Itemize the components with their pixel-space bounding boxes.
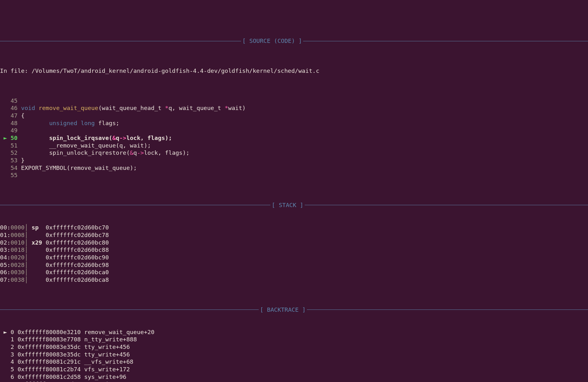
separator-icon: │: [25, 262, 32, 268]
section-label: [ BACKTRACE ]: [259, 306, 307, 314]
line-number: 45: [0, 97, 21, 104]
backtrace-row: 7 0xffffff80081c2d58 sys_write+96: [0, 380, 588, 382]
line-number: 52: [0, 149, 21, 156]
separator-icon: │: [25, 276, 32, 283]
source-line: 47 {: [0, 112, 588, 119]
code-token: q, wait_queue_t: [169, 105, 225, 111]
frame-index: 0: [10, 329, 14, 335]
frame-symbol: sys_write+96: [84, 373, 126, 380]
stack-index: 0000: [10, 224, 25, 231]
code-token: spin_unlock_irqrestore(: [21, 149, 130, 156]
stack-address: 0xffffffc02d60bc78: [46, 232, 109, 238]
stack-index: 0030: [10, 269, 25, 275]
stack-offset: 07:: [0, 276, 10, 283]
stack-offset: 04:: [0, 254, 10, 261]
frame-address: 0xffffff80081c2d58: [18, 373, 81, 380]
file-path: /Volumes/TwoT/android_kernel/android-gol…: [32, 67, 319, 74]
stack-row: 06:0030│ 0xffffffc02d60bca0: [0, 269, 588, 276]
separator-icon: │: [25, 254, 32, 261]
backtrace-row: 6 0xffffff80081c2d58 sys_write+96: [0, 373, 588, 381]
source-line: 45: [0, 97, 588, 105]
line-number: 51: [0, 142, 21, 149]
frame-address: 0xffffff80083e35dc: [18, 351, 81, 358]
stack-register: x29: [32, 239, 42, 246]
source-code: 45 46 void remove_wait_queue(wait_queue_…: [0, 97, 588, 179]
stack-row: 01:0008│ 0xffffffc02d60bc78: [0, 231, 588, 239]
frame-index: 1: [10, 336, 14, 343]
line-number: 46: [0, 105, 21, 111]
code-token: }: [21, 157, 25, 164]
stack-index: 0018: [10, 246, 25, 253]
stack-address: 0xffffffc02d60bc98: [46, 262, 109, 268]
source-line: 55: [0, 171, 588, 179]
frame-address: 0xffffff80080e3210: [18, 329, 81, 335]
stack-row: 05:0028│ 0xffffffc02d60bc98: [0, 261, 588, 269]
line-number: 50: [10, 135, 17, 141]
stack-index: 0038: [10, 276, 25, 283]
stack-register: [32, 232, 42, 238]
stack-register: [32, 254, 42, 261]
source-line: 46 void remove_wait_queue(wait_queue_hea…: [0, 104, 588, 112]
line-number: 49: [0, 127, 21, 134]
code-token: *: [225, 105, 228, 111]
backtrace-row: 3 0xffffff80083e35dc tty_write+456: [0, 351, 588, 358]
code-token: unsigned long: [49, 120, 95, 126]
stack-register: [32, 276, 42, 283]
line-number: 47: [0, 112, 21, 119]
stack-panel: 00:0000│ sp 0xffffffc02d60bc7001:0008│ 0…: [0, 224, 588, 283]
separator-icon: │: [25, 246, 32, 253]
stack-address: 0xffffffc02d60bc80: [46, 239, 109, 246]
code-token: spin_lock_irqsave(: [21, 135, 112, 141]
stack-offset: 02:: [0, 239, 10, 246]
frame-symbol: remove_wait_queue+20: [84, 329, 154, 335]
frame-symbol: vfs_write+172: [84, 366, 130, 373]
stack-row: 04:0020│ 0xffffffc02d60bc90: [0, 254, 588, 261]
frame-address: 0xffffff80083e7708: [18, 336, 81, 343]
stack-index: 0028: [10, 262, 25, 268]
frame-index: 5: [10, 366, 14, 373]
stack-register: [32, 269, 42, 275]
file-prefix: In file:: [0, 67, 32, 74]
code-token: remove_wait_queue: [39, 105, 98, 111]
backtrace-row: 2 0xffffff80083e35dc tty_write+456: [0, 343, 588, 351]
stack-address: 0xffffffc02d60bc90: [46, 254, 109, 261]
section-header-backtrace: [ BACKTRACE ]: [0, 306, 588, 314]
code-token: wait): [228, 105, 246, 111]
code-token: q: [116, 135, 119, 141]
frame-address: 0xffffff80081c2d58: [18, 381, 81, 382]
code-token: ->: [137, 149, 144, 156]
backtrace-row: 5 0xffffff80081c2b74 vfs_write+172: [0, 366, 588, 373]
separator-icon: │: [25, 239, 32, 246]
stack-offset: 06:: [0, 269, 10, 275]
source-line: 54 EXPORT_SYMBOL(remove_wait_queue);: [0, 164, 588, 172]
stack-index: 0008: [10, 232, 25, 238]
frame-symbol: __vfs_write+68: [84, 358, 133, 365]
backtrace-row: ► 0 0xffffff80080e3210 remove_wait_queue…: [0, 328, 588, 336]
frame-address: 0xffffff80083e35dc: [18, 344, 81, 350]
source-file-line: In file: /Volumes/TwoT/android_kernel/an…: [0, 67, 588, 75]
stack-index: 0020: [10, 254, 25, 261]
source-line: 48 unsigned long flags;: [0, 119, 588, 127]
code-token: q: [133, 149, 137, 156]
separator-icon: │: [25, 232, 32, 238]
code-token: *: [165, 105, 169, 111]
section-label: [ STACK ]: [270, 201, 304, 209]
line-number: 55: [0, 172, 21, 178]
section-label: [ SOURCE (CODE) ]: [241, 37, 303, 45]
code-token: &: [130, 149, 133, 156]
code-token: void: [21, 105, 39, 111]
stack-register: sp: [32, 224, 42, 231]
source-line: 52 spin_unlock_irqrestore(&q->lock, flag…: [0, 149, 588, 157]
frame-index: 6: [10, 373, 14, 380]
stack-address: 0xffffffc02d60bc88: [46, 246, 109, 253]
section-header-source: [ SOURCE (CODE) ]: [0, 37, 588, 45]
stack-row: 02:0010│ x29 0xffffffc02d60bc80: [0, 239, 588, 246]
source-line: ► 50 spin_lock_irqsave(&q->lock, flags);: [0, 134, 588, 142]
separator-icon: │: [25, 224, 32, 231]
stack-address: 0xffffffc02d60bc70: [46, 224, 109, 231]
line-number: 48: [0, 120, 21, 126]
code-token: &: [112, 135, 116, 141]
stack-row: 03:0018│ 0xffffffc02d60bc88: [0, 246, 588, 254]
source-line: 51 __remove_wait_queue(q, wait);: [0, 142, 588, 149]
backtrace-panel: ► 0 0xffffff80080e3210 remove_wait_queue…: [0, 328, 588, 382]
